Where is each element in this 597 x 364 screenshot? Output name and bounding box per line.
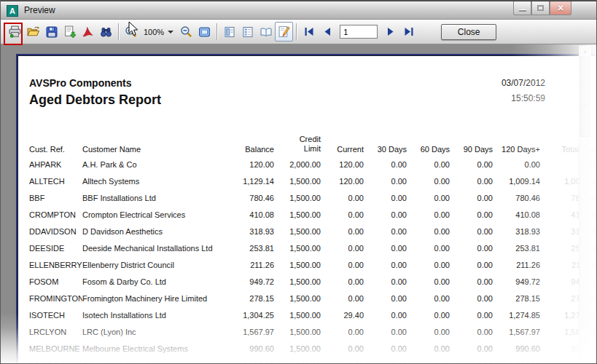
column-header-60-days: 60 Days	[407, 145, 450, 154]
table-row: FOSOM Fosom & Darby Co. Ltd 949.72 1,500…	[29, 274, 596, 290]
facing-pages-icon	[260, 26, 273, 38]
table-row: ISOTECH Isotech Installations Ltd 1,304.…	[29, 307, 596, 324]
minimize-icon	[519, 9, 526, 12]
preview-content-area: AVSPro Components Aged Debtors Report 03…	[1, 44, 596, 363]
report-page: AVSPro Components Aged Debtors Report 03…	[17, 55, 597, 364]
table-row: FROMINGTON Fromington Machinery Hire Lim…	[29, 290, 596, 307]
page-margins-icon	[224, 26, 235, 38]
table-row: ELLENBERRY Ellenberry District Council 2…	[29, 257, 596, 274]
pdf-button[interactable]	[79, 22, 97, 41]
report-page-border: AVSPro Components Aged Debtors Report 03…	[16, 54, 597, 364]
column-header-30-days: 30 Days	[364, 145, 407, 154]
report-date: 03/07/2012	[18, 78, 545, 88]
table-row: DEESIDE Deeside Mechanical Installations…	[29, 240, 596, 257]
minimize-button[interactable]	[513, 1, 531, 15]
table-row: DDAVIDSON D Davidson Aesthetics 318.93 1…	[29, 223, 596, 240]
scroll-up-icon[interactable]: ▲	[580, 46, 591, 58]
table-row: ALLTECH Alltech Systems 1,129.14 1,500.0…	[29, 173, 596, 190]
thumbnails-button[interactable]	[238, 22, 257, 41]
toolbar-separator	[296, 23, 297, 40]
open-folder-icon	[27, 25, 40, 38]
maximize-icon	[537, 5, 544, 11]
edit-pencil-icon	[278, 25, 290, 38]
facing-pages-button[interactable]	[257, 22, 275, 41]
title-bar[interactable]: A Preview ✕	[1, 1, 596, 20]
binoculars-icon	[100, 26, 112, 38]
previous-page-icon	[323, 27, 332, 36]
toolbar-separator	[216, 23, 217, 40]
last-page-icon	[404, 27, 414, 36]
page-number-input[interactable]	[340, 25, 378, 39]
table-row: AHPARK A.H. Park & Co 120.00 2,000.00 12…	[29, 157, 596, 173]
first-page-button[interactable]	[300, 22, 318, 41]
fit-page-button[interactable]	[195, 22, 214, 41]
chevron-down-icon	[168, 31, 173, 33]
next-page-icon	[386, 27, 395, 36]
table-row: MELBOURNE Melbourne Electrical Systems 9…	[29, 341, 596, 357]
zoom-out-icon	[180, 25, 192, 38]
window-title: Preview	[24, 1, 55, 20]
open-button[interactable]	[24, 22, 42, 41]
column-header-balance: Balance	[214, 145, 274, 154]
report-time: 15:50:59	[18, 93, 545, 103]
next-page-button[interactable]	[381, 22, 399, 41]
zoom-level-value: 100%	[144, 28, 164, 36]
toolbar-separator	[118, 23, 119, 40]
zoom-level-dropdown[interactable]: 100%	[140, 28, 177, 36]
maximize-button[interactable]	[531, 1, 550, 15]
column-header-90-days: 90 Days	[450, 145, 493, 154]
mouse-cursor	[128, 21, 140, 37]
table-row: PRITECH Pritech Fabrics Ltd 1,125.62 1,5…	[29, 357, 596, 364]
app-logo-icon: A	[7, 5, 18, 17]
close-window-button[interactable]: ✕	[550, 1, 571, 15]
window-controls: ✕	[513, 1, 571, 15]
report-datetime: 03/07/2012 15:50:59	[18, 78, 545, 103]
column-header-credit-limit: Credit Limit	[274, 135, 321, 154]
thumbnails-icon	[242, 26, 254, 38]
column-header-120-days: 120 Days+	[493, 145, 540, 154]
pdf-icon	[82, 26, 94, 38]
close-icon: ✕	[557, 4, 563, 13]
table-row: LRCLYON LRC (Lyon) Inc 1,567.97 1,500.00…	[29, 324, 596, 341]
table-rows: AHPARK A.H. Park & Co 120.00 2,000.00 12…	[29, 157, 596, 364]
first-page-icon	[304, 27, 314, 36]
export-page-icon	[63, 25, 76, 38]
toolbar: 100%	[1, 20, 596, 44]
column-header-current: Current	[321, 145, 364, 154]
fit-page-icon	[198, 26, 211, 38]
column-header-cust-ref: Cust. Ref.	[29, 145, 82, 154]
find-button[interactable]	[97, 22, 115, 41]
scrollbar-grip	[583, 104, 589, 108]
zoom-out-button[interactable]	[177, 22, 195, 41]
preview-window: A Preview ✕	[0, 0, 597, 364]
export-button[interactable]	[61, 22, 79, 41]
table-row: CROMPTON Crompton Electrical Services 41…	[29, 207, 596, 223]
save-icon	[46, 26, 58, 38]
table-header-row: Cust. Ref. Customer Name Balance Credit …	[29, 132, 596, 154]
table-row: BBF BBF Installations Ltd 780.46 1,500.0…	[29, 190, 596, 207]
page-margins-button[interactable]	[220, 22, 238, 41]
last-page-button[interactable]	[399, 22, 418, 41]
previous-page-button[interactable]	[318, 22, 336, 41]
scrollbar-thumb[interactable]	[580, 57, 590, 137]
print-highlight-annotation	[4, 23, 23, 45]
close-button[interactable]: Close	[441, 24, 496, 40]
vertical-scrollbar[interactable]: ▲	[579, 46, 591, 364]
column-header-name: Customer Name	[82, 145, 214, 154]
save-button[interactable]	[42, 22, 61, 41]
edit-button[interactable]	[275, 22, 293, 41]
